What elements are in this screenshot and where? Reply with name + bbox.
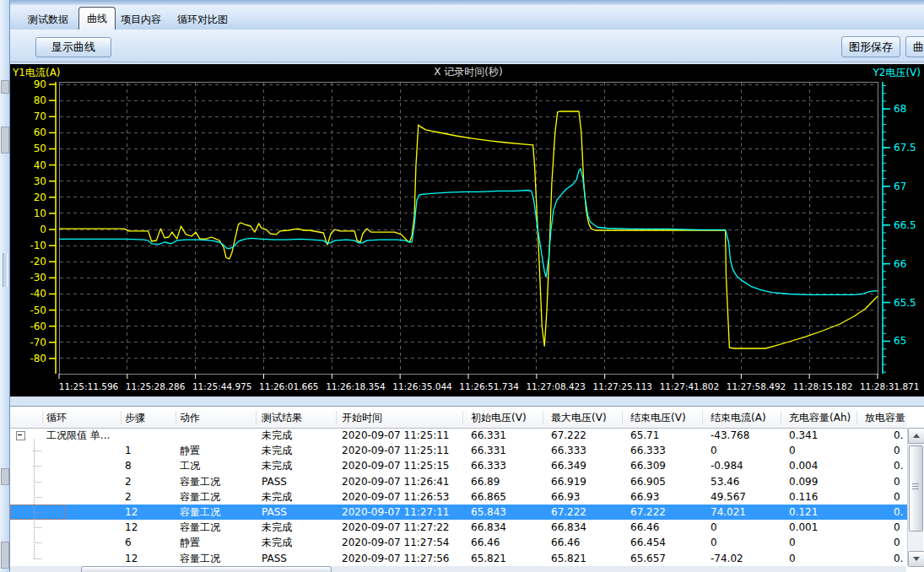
cell-11: 0 [894,520,900,535]
x-tick-label: 11:28:15.182 [793,381,853,391]
column-header-8[interactable]: 结束电压(V) [630,407,706,428]
cell-7: 67.222 [551,428,586,443]
y1-tick-label: 30 [34,175,46,187]
cell-7: 67.222 [551,505,586,520]
cell-8: 66.46 [630,520,659,535]
save-graphic-button[interactable]: 图形保存 [841,36,900,57]
table-row[interactable]: 2容量工况未完成2020-09-07 11:26:5366.86566.9366… [9,489,907,505]
cell-10: 0.116 [789,489,818,505]
header-separator [336,411,337,424]
curve-chart-panel[interactable]: -80-70-60-50-40-30-20-100102030405060708… [9,64,924,397]
curve-chart[interactable]: -80-70-60-50-40-30-20-100102030405060708… [9,64,924,397]
arrow-down-icon [913,557,920,561]
cell-7: 65.821 [551,551,586,566]
cell-3: 静置 [180,535,200,550]
header-separator [462,411,463,424]
cell-4: PASS [262,474,287,489]
cell-5: 2020-09-07 11:27:56 [342,551,449,566]
table-row[interactable]: 12容量工况PASS2020-09-07 11:27:1165.84367.22… [9,505,907,520]
cell-2: 12 [125,520,138,535]
column-header-5[interactable]: 开始时间 [342,407,418,428]
cell-8: 66.905 [630,474,666,489]
table-row[interactable]: 8工况未完成2020-09-07 11:25:1566.33366.34966.… [9,458,907,473]
cell-8: 66.333 [630,443,666,458]
left-panel-icon [1,127,9,154]
cell-6: 65.821 [471,551,506,566]
cell-4: 未完成 [262,428,292,443]
vertical-scrollbar-thumb[interactable] [909,445,923,532]
splitter-grip[interactable] [3,253,8,287]
tab-cycle-comparison[interactable]: 循环对比图 [171,10,234,30]
tab-bar: 测试数据 曲线 项目内容 循环对比图 [9,0,924,30]
column-header-10[interactable]: 充电容量(Ah) [789,407,865,428]
toolbar: 显示曲线 图形保存 曲 [9,30,924,62]
cell-5: 2020-09-07 11:27:22 [342,520,449,535]
table-row[interactable]: 12容量工况未完成2020-09-07 11:27:2266.83466.834… [9,520,907,535]
cell-11: 0 [894,535,900,550]
cell-2: 8 [125,458,132,473]
table-row[interactable]: 工况限值 单...未完成2020-09-07 11:25:1166.33167.… [9,428,907,443]
cell-6: 66.865 [471,489,506,505]
column-header-3[interactable]: 动作 [180,407,256,428]
scroll-up-button[interactable] [908,428,924,444]
x-tick-label: 11:27:25.113 [593,381,653,391]
cell-6: 66.333 [471,458,506,473]
tab-project-content[interactable]: 项目内容 [114,10,168,30]
cell-4: PASS [262,505,287,520]
column-header-9[interactable]: 结束电流(A) [711,407,786,428]
horizontal-scrollbar-thumb[interactable] [81,566,332,572]
cell-9: -43.768 [711,428,749,443]
y1-tick-label: 60 [34,127,46,138]
scroll-down-button[interactable] [908,551,924,567]
results-table-panel: 循环步骤动作测试结果开始时间初始电压(V)最大电压(V)结束电压(V)结束电流(… [9,406,924,572]
table-row[interactable]: 1静置未完成2020-09-07 11:25:1166.33166.33366.… [9,443,907,458]
tree-collapse-icon[interactable] [16,431,25,440]
cell-6: 66.331 [471,443,506,458]
left-panel-icon [1,80,9,94]
y2-tick-label: 65.5 [894,297,916,309]
header-separator [702,411,703,424]
column-header-1[interactable]: 循环 [46,407,122,428]
column-header-7[interactable]: 最大电压(V) [551,407,627,428]
y1-tick-label: -20 [30,256,46,267]
cell-7: 66.46 [551,535,580,550]
cell-4: 未完成 [262,520,292,535]
y2-tick-label: 66 [894,258,906,270]
cell-9: 53.46 [711,474,739,489]
tree-connector-stub [34,527,41,529]
cell-6: 66.89 [471,474,500,489]
x-tick-label: 11:25:11.596 [59,381,119,391]
cell-10: 0.001 [789,520,818,535]
column-header-4[interactable]: 测试结果 [262,407,338,428]
y1-tick-label: -70 [30,337,46,348]
tab-test-data[interactable]: 测试数据 [21,10,75,30]
clipped-curve-button[interactable]: 曲 [905,36,924,57]
x-tick-label: 11:28:31.871 [860,381,920,391]
cell-9: 0 [711,520,717,535]
cell-8: 65.657 [630,551,666,566]
table-row[interactable]: 12容量工况PASS2020-09-07 11:27:5665.82165.82… [9,551,907,566]
vertical-scrollbar[interactable] [907,428,923,566]
table-row[interactable]: 6静置未完成2020-09-07 11:27:5466.4666.4666.45… [9,535,907,550]
cell-3: 静置 [180,443,200,458]
x-axis-title: X 记录时间(秒) [434,66,502,78]
show-curve-button[interactable]: 显示曲线 [35,37,111,57]
cell-7: 66.919 [551,474,586,489]
column-header-6[interactable]: 初始电压(V) [471,407,547,428]
cell-4: 未完成 [262,458,292,473]
cell-10: 0 [789,551,796,566]
y1-tick-label: -30 [30,272,46,283]
left-panel-icon [1,542,9,569]
cell-5: 2020-09-07 11:27:11 [342,505,449,520]
horizontal-scrollbar[interactable] [10,566,906,572]
column-header-11[interactable]: 放电容量(Ah) [865,407,905,428]
tab-curve[interactable]: 曲线 [78,7,116,30]
clipped-left-panel [0,0,10,572]
left-panel-icon [1,468,9,485]
cell-5: 2020-09-07 11:25:11 [342,428,449,443]
cell-5: 2020-09-07 11:26:41 [342,474,449,489]
table-row[interactable]: 2容量工况PASS2020-09-07 11:26:4166.8966.9196… [9,474,907,489]
y1-tick-label: 50 [34,143,46,154]
x-tick-label: 11:26:01.665 [259,381,319,391]
tree-connector-stub [34,451,41,452]
